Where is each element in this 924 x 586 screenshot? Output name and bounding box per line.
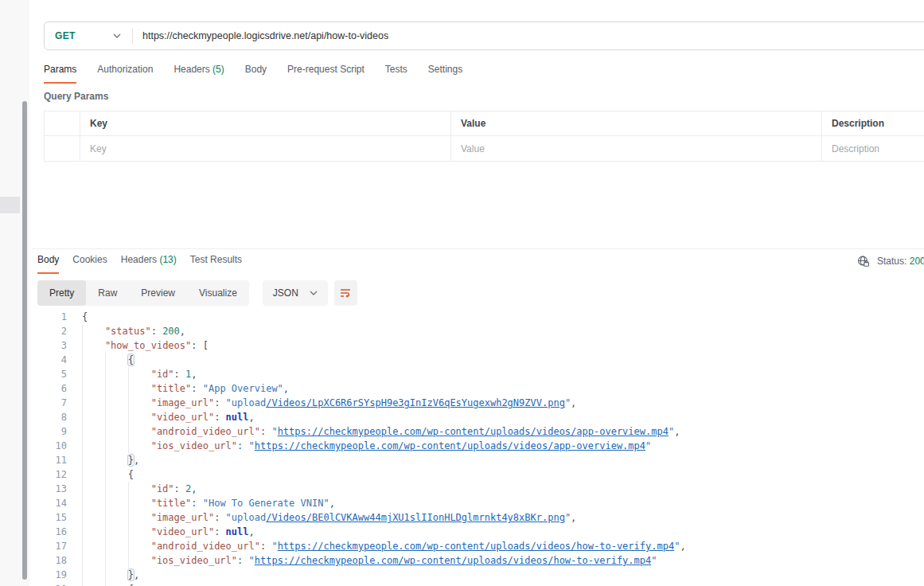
response-tabs: BodyCookiesHeaders (13)Test Results xyxy=(37,254,242,274)
tab-body[interactable]: Body xyxy=(245,64,267,84)
json-token: "status" xyxy=(105,326,151,337)
indent-guide xyxy=(82,568,105,582)
json-token: "id" xyxy=(151,369,174,380)
indent-guide xyxy=(128,381,151,396)
view-mode-raw[interactable]: Raw xyxy=(86,280,129,306)
status-label: Status: xyxy=(877,256,906,267)
indent-guide xyxy=(82,496,105,510)
code-content: { xyxy=(82,582,134,586)
line-number: 20 xyxy=(29,582,67,586)
code-line-7: 7"image_url": "upload/Videos/LpXC6R6rSYs… xyxy=(29,396,924,410)
indent-guide xyxy=(105,568,128,582)
indent-guide xyxy=(82,553,105,568)
json-token: : xyxy=(214,512,225,523)
tab-pre-request-script[interactable]: Pre-request Script xyxy=(287,64,365,84)
indent-guide xyxy=(82,353,105,367)
json-token: : xyxy=(260,541,271,552)
tab-cookies[interactable]: Cookies xyxy=(72,254,107,274)
tab-tests[interactable]: Tests xyxy=(385,64,407,84)
code-content: }, xyxy=(82,568,139,582)
value-input[interactable]: Value xyxy=(451,136,822,161)
indent-guide xyxy=(105,510,128,525)
line-number: 3 xyxy=(29,338,67,353)
line-number: 19 xyxy=(29,568,67,582)
code-line-1: 1{ xyxy=(29,310,924,324)
json-url-link[interactable]: https://checkmypeople.com/wp-content/upl… xyxy=(278,541,675,552)
code-line-10: 10"ios_video_url": "https://checkmypeopl… xyxy=(29,439,924,453)
view-mode-preview[interactable]: Preview xyxy=(129,280,187,306)
url-bar: GET https://checkmypeople.logicsdrive.ne… xyxy=(44,21,924,50)
code-line-19: 19}, xyxy=(29,568,924,582)
tab-headers[interactable]: Headers (5) xyxy=(173,64,224,84)
json-token: "How To Generate VNIN" xyxy=(203,498,329,509)
json-token: "how_to_videos" xyxy=(105,340,191,351)
indent-guide xyxy=(128,525,151,539)
line-number: 4 xyxy=(29,353,67,367)
language-selector[interactable]: JSON xyxy=(263,280,328,306)
json-token: " xyxy=(645,440,651,451)
globe-lock-icon[interactable] xyxy=(857,255,870,268)
json-token: { xyxy=(128,469,134,480)
json-token: } xyxy=(128,455,134,466)
tab-params[interactable]: Params xyxy=(44,64,76,84)
tab-body[interactable]: Body xyxy=(37,254,59,274)
tab-headers[interactable]: Headers (13) xyxy=(121,254,177,274)
line-number: 6 xyxy=(29,381,67,396)
line-number: 9 xyxy=(29,424,67,439)
json-token: , xyxy=(571,397,576,408)
indent-guide xyxy=(128,439,151,453)
json-url-link[interactable]: https://checkmypeople.com/wp-content/upl… xyxy=(255,440,645,451)
indent-guide xyxy=(105,353,128,367)
code-content: "ios_video_url": "https://checkmypeople.… xyxy=(82,439,651,453)
view-mode-visualize[interactable]: Visualize xyxy=(187,280,249,306)
indent-guide xyxy=(105,525,128,539)
code-line-16: 16"video_url": null, xyxy=(29,525,924,539)
json-url-link[interactable]: https://checkmypeople.com/wp-content/upl… xyxy=(278,426,669,437)
key-input[interactable]: Key xyxy=(80,136,451,161)
indent-guide xyxy=(128,396,151,410)
select-column-header xyxy=(45,111,80,136)
indent-guide xyxy=(105,582,128,586)
code-content: "title": "How To Generate VNIN", xyxy=(82,496,335,510)
json-token: , xyxy=(571,512,576,523)
response-meta: Status: 200 xyxy=(857,255,924,268)
tab-authorization[interactable]: Authorization xyxy=(97,64,153,84)
json-token: , xyxy=(283,383,289,394)
code-line-14: 14"title": "How To Generate VNIN", xyxy=(29,496,924,510)
json-token: " xyxy=(249,440,255,451)
line-number: 11 xyxy=(29,453,67,467)
indent-guide xyxy=(82,381,105,396)
query-params-label: Query Params xyxy=(44,91,108,102)
line-number: 1 xyxy=(29,310,67,324)
json-token: "image_url" xyxy=(151,512,214,523)
json-token: : xyxy=(191,498,202,509)
json-token: , xyxy=(180,326,185,337)
indent-guide xyxy=(105,467,128,482)
json-url-link[interactable]: /Videos/BE0lCVKAww44mjXU1slIIonHLDglmrnk… xyxy=(266,512,565,523)
wrap-lines-button[interactable] xyxy=(334,280,357,306)
code-line-6: 6"title": "App Overview", xyxy=(29,381,924,396)
url-input[interactable]: https://checkmypeople.logicsdrive.net/ap… xyxy=(142,30,388,41)
line-number: 16 xyxy=(29,525,67,539)
json-token: "video_url" xyxy=(151,526,214,537)
view-mode-pretty[interactable]: Pretty xyxy=(37,280,86,306)
json-url-link[interactable]: /Videos/LpXC6R6rSYspH9e3gInIzV6qEsYugexw… xyxy=(266,397,565,408)
indent-guide xyxy=(128,496,151,510)
tab-settings[interactable]: Settings xyxy=(428,64,462,84)
vertical-scrollbar[interactable] xyxy=(22,101,27,580)
json-token: "android_video_url" xyxy=(151,541,260,552)
json-token: , xyxy=(674,426,680,437)
collapsed-sidebar-handle[interactable] xyxy=(0,197,20,213)
json-token: : xyxy=(237,440,248,451)
json-url-link[interactable]: https://checkmypeople.com/wp-content/upl… xyxy=(255,555,652,566)
indent-guide xyxy=(82,439,105,453)
code-content: "id": 1, xyxy=(82,367,197,381)
indent-guide xyxy=(128,510,151,525)
response-body-code[interactable]: 1{2"status": 200,3"how_to_videos": [4{5"… xyxy=(29,310,924,586)
method-selector[interactable]: GET xyxy=(45,30,132,41)
tab-test-results[interactable]: Test Results xyxy=(190,254,242,274)
tab-count-badge: (13) xyxy=(157,254,177,265)
indent-guide xyxy=(82,410,105,424)
description-input[interactable]: Description xyxy=(822,136,924,161)
code-line-18: 18"ios_video_url": "https://checkmypeopl… xyxy=(29,553,924,568)
